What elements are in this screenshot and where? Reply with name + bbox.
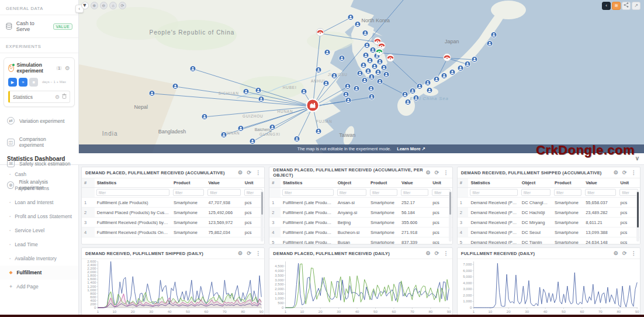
customer-marker[interactable] [220,130,227,140]
map-locate-button[interactable]: ▶ [81,2,89,9]
refresh-icon[interactable]: ⟳ [435,170,439,175]
customer-marker[interactable] [377,77,383,87]
customer-marker[interactable] [487,39,493,49]
table-row[interactable]: 4Fulfillment (Late Products)Bucheon-siSm… [269,228,452,237]
dashboard-nav-available-inventory[interactable]: ▪Available Inventory [0,251,78,266]
column-header[interactable]: Object [520,178,552,188]
dc-gauge-marker[interactable] [375,47,384,58]
filter-input[interactable] [619,189,638,196]
table-row[interactable]: 5Demand Received (Products)DC TianjinSma… [458,237,640,245]
cash-to-serve-item[interactable]: Cash to Serve VALUE [0,15,78,38]
customer-marker[interactable] [345,95,352,106]
statistics-trash-icon[interactable] [62,94,67,100]
table-row[interactable]: 4Demand Received (Products)DC SeoulSmart… [458,228,640,237]
filter-input[interactable] [244,189,263,196]
map-layers-button[interactable]: ≋ [612,2,621,10]
customer-marker[interactable] [362,75,368,86]
customer-marker[interactable] [348,12,354,23]
refresh-icon[interactable]: ⟳ [247,250,251,256]
customer-marker[interactable] [323,78,329,89]
table-row[interactable]: 2Demand Placed (Products) by CustomerSma… [82,208,264,218]
column-header[interactable]: Unit [430,178,452,188]
dashboard-collapse-icon[interactable]: ∨ [635,155,639,161]
table-row[interactable]: 3Fulfillment (Late Products)BeijingSmart… [269,218,452,228]
customer-marker[interactable] [324,47,330,58]
map-area[interactable]: KyrgyzstanPeople's Republic of ChinaNort… [79,0,644,153]
customer-marker[interactable] [190,64,196,74]
customer-marker[interactable] [243,87,250,97]
dashboard-nav-loan-and-interest[interactable]: ▪Loan and Interest [0,195,78,209]
column-header[interactable]: # [82,178,95,188]
customer-marker[interactable] [368,72,375,82]
map-back-button[interactable]: ‹ [602,2,611,10]
customer-marker[interactable] [426,85,432,96]
customer-marker[interactable] [237,123,244,134]
gear-icon[interactable]: ⚙ [425,170,430,175]
customer-marker[interactable] [404,97,411,108]
filter-input[interactable] [337,189,366,196]
customer-marker[interactable] [331,71,338,81]
customer-marker[interactable] [316,126,322,137]
filter-input[interactable] [521,189,550,196]
gear-icon[interactable]: ⚙ [614,170,618,175]
customer-marker[interactable] [383,70,390,80]
column-header[interactable]: Product [171,178,206,188]
dc-gauge-marker[interactable] [386,53,394,64]
table-row[interactable]: 1Demand Received (Products)DC ChanglengS… [458,198,640,208]
dashboard-nav-fulfillment[interactable]: ◆Fulfillment [0,266,78,280]
refresh-icon[interactable]: ⟳ [247,170,251,175]
column-header[interactable]: Unit [618,178,640,188]
customer-marker[interactable] [457,63,463,74]
customer-marker[interactable] [172,81,179,92]
gear-icon[interactable]: ⚙ [425,250,430,256]
column-header[interactable]: Statistics [281,178,335,188]
column-header[interactable]: # [458,178,469,188]
customer-marker[interactable] [148,88,155,99]
customer-marker[interactable] [269,122,275,133]
simulation-gear-icon[interactable]: ⚙ [65,65,70,71]
filter-input[interactable] [207,189,240,196]
customer-marker[interactable] [258,94,265,105]
customer-marker[interactable] [338,53,345,64]
map-refresh-button[interactable]: ⟳ [119,2,126,9]
supplier-marker[interactable] [306,98,320,115]
customer-marker[interactable] [353,84,359,94]
map-zoom-out-button[interactable]: ⊖ [100,2,108,9]
column-header[interactable]: Value [583,178,618,188]
customer-marker[interactable] [354,19,361,30]
table-row[interactable]: 1Fulfillment (Late Products)Ansan-siSmar… [269,198,452,208]
table-row[interactable]: 3Fulfillment Received (Products) by Cust… [82,218,264,228]
customer-marker[interactable] [413,93,420,104]
dashboard-nav-profit-and-loss-statement[interactable]: ▪Profit and Loss Statement [0,209,78,223]
simulation-name[interactable]: Simulation experiment [17,62,54,74]
sidebar-item-comparison-experiment[interactable]: ◫Comparison experiment [0,130,78,154]
refresh-icon[interactable]: ⟳ [622,170,627,175]
column-header[interactable]: Object [335,178,368,188]
customer-marker[interactable] [300,87,307,97]
column-header[interactable]: # [269,178,281,188]
sidebar-item-safety-stock-estimation[interactable]: ⊞Safety stock estimation [0,154,78,173]
statistics-gear-icon[interactable]: ⚙ [55,94,60,100]
kebab-icon[interactable]: ⋮ [255,250,261,256]
filter-input[interactable] [173,189,204,196]
refresh-icon[interactable]: ⟳ [435,250,439,256]
gear-icon[interactable]: ⚙ [238,250,243,256]
table-row[interactable]: 5Fulfillment (Late Products)BusanSmartph… [269,237,452,245]
column-header[interactable]: Value [399,178,430,188]
sidebar-item-variation-experiment[interactable]: ⇄Variation experiment [0,111,78,130]
customer-marker[interactable] [368,92,375,102]
column-header[interactable]: Product [552,178,583,188]
map-home-button[interactable]: ⌂ [109,2,117,9]
table-row[interactable]: 2Fulfillment (Late Products)Anyang-siSma… [269,208,452,218]
filter-input[interactable] [432,189,451,196]
customer-marker[interactable] [441,71,447,81]
customer-marker[interactable] [417,81,423,92]
dc-gauge-marker[interactable] [443,53,452,64]
filter-input[interactable] [585,189,616,196]
column-header[interactable]: Value [206,178,242,188]
table-scrollbar[interactable] [449,191,452,242]
kebab-icon[interactable]: ⋮ [631,170,636,175]
map-share-button[interactable] [622,2,631,10]
fast-forward-button[interactable]: » [19,78,27,87]
customer-marker[interactable] [449,67,456,78]
